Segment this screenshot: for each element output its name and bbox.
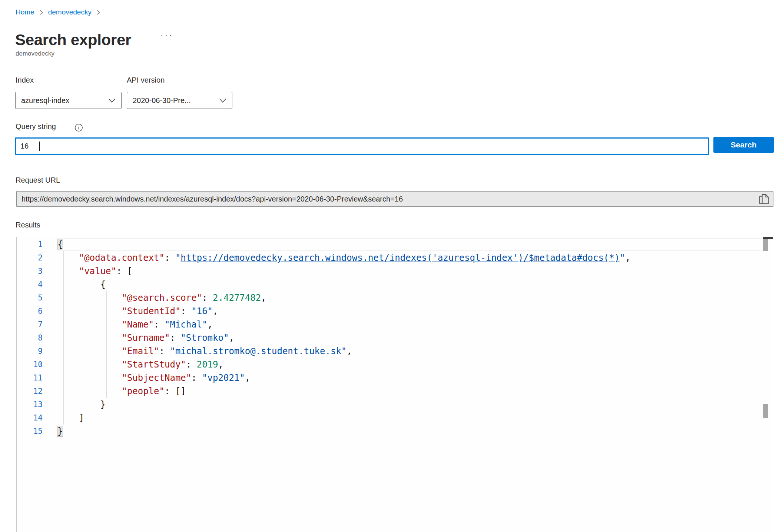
breadcrumb: Home demovedecky: [16, 8, 105, 16]
page-subtitle: demovedecky: [16, 50, 54, 57]
code-token: ,: [625, 253, 630, 263]
page-title: Search explorer: [15, 31, 131, 49]
code-line: ]: [57, 411, 762, 425]
chevron-right-icon: [39, 10, 44, 15]
api-version-dropdown-value: 2020-06-30-Pre...: [133, 96, 191, 105]
more-actions-button[interactable]: ···: [160, 31, 173, 40]
code-token: :: [170, 333, 180, 343]
request-url-field[interactable]: https://demovedecky.search.windows.net/i…: [16, 191, 773, 207]
line-number: 11: [17, 371, 57, 385]
line-number: 2: [17, 251, 57, 265]
code-token: "SubjectName": [122, 373, 191, 383]
editor-gutter: 123456789101112131415: [17, 238, 57, 438]
editor-code[interactable]: { "@odata.context": "https://demovedecky…: [57, 238, 762, 438]
line-number: 5: [17, 291, 57, 305]
line-number: 3: [17, 265, 57, 278]
editor-scrollbar[interactable]: [763, 237, 773, 532]
line-number: 7: [17, 318, 57, 331]
code-line: {: [57, 278, 762, 291]
chevron-right-icon: [96, 10, 101, 15]
copy-icon[interactable]: [758, 193, 769, 205]
code-token: ,: [245, 373, 250, 383]
chevron-down-icon: [219, 98, 226, 103]
code-line: "Surname": "Stromko",: [57, 331, 762, 345]
indent-guide: [85, 278, 85, 411]
code-line: "people": []: [57, 385, 762, 398]
query-string-input[interactable]: [16, 139, 708, 154]
code-token: "value": [79, 266, 116, 276]
code-token: ,: [229, 333, 234, 343]
line-number: 15: [17, 425, 57, 438]
search-button[interactable]: Search: [713, 137, 774, 153]
code-token: [57, 386, 122, 396]
code-token: [57, 293, 122, 303]
query-string-input-box[interactable]: [15, 137, 709, 155]
info-icon[interactable]: [74, 123, 83, 133]
line-number: 8: [17, 331, 57, 345]
code-token: "StartStudy": [122, 359, 186, 370]
code-line: "StartStudy": 2019,: [57, 358, 762, 371]
code-token: [57, 333, 122, 343]
code-token: "people": [122, 386, 165, 396]
search-explorer-page: Home demovedecky Search explorer ··· dem…: [0, 0, 779, 532]
code-token: : []: [165, 386, 186, 396]
code-line: "Email": "michal.stromko@.student.tuke.s…: [57, 345, 762, 358]
code-token: ": [175, 253, 180, 263]
code-token: ,: [347, 346, 352, 356]
line-number: 14: [17, 411, 57, 425]
code-token: "@odata.context": [79, 253, 165, 263]
code-token: "Name": [122, 319, 154, 330]
code-token: :: [180, 306, 191, 316]
code-token: "Stromko": [180, 333, 229, 343]
code-token: ,: [208, 319, 213, 330]
index-label: Index: [16, 76, 34, 84]
results-editor[interactable]: 123456789101112131415 { "@odata.context"…: [16, 237, 773, 532]
code-token: "StudentId": [122, 306, 180, 316]
index-dropdown-value: azuresql-index: [21, 96, 69, 105]
index-dropdown[interactable]: azuresql-index: [15, 92, 122, 109]
code-line: "@odata.context": "https://demovedecky.s…: [57, 251, 762, 265]
code-token: "Surname": [122, 333, 170, 343]
code-token: }: [57, 426, 63, 436]
request-url-label: Request URL: [16, 176, 60, 184]
code-token: [57, 359, 122, 370]
code-token: ": [620, 253, 625, 263]
indent-guide: [106, 291, 107, 398]
code-token: [57, 319, 122, 330]
line-number: 10: [17, 358, 57, 371]
code-line: "Name": "Michal",: [57, 318, 762, 331]
code-token: }: [57, 399, 106, 410]
code-link[interactable]: https://demovedecky.search.windows.net/i…: [180, 253, 620, 263]
overview-ruler-marker: [763, 404, 768, 418]
code-line: "SubjectName": "vp2021",: [57, 371, 762, 385]
line-number: 1: [17, 238, 57, 251]
scrollbar-thumb[interactable]: [763, 239, 768, 251]
api-version-label: API version: [127, 76, 165, 84]
code-line: "StudentId": "16",: [57, 305, 762, 318]
breadcrumb-home-link[interactable]: Home: [16, 8, 34, 16]
api-version-dropdown[interactable]: 2020-06-30-Pre...: [127, 92, 232, 109]
chevron-down-icon: [108, 98, 116, 103]
code-token: ,: [218, 359, 223, 370]
code-line: {: [57, 238, 762, 251]
code-token: ,: [261, 293, 266, 303]
code-token: "michal.stromko@.student.tuke.sk": [170, 346, 347, 356]
code-line: }: [57, 425, 762, 438]
code-token: "@search.score": [122, 293, 202, 303]
breadcrumb-demovedecky-link[interactable]: demovedecky: [48, 8, 92, 16]
code-token: [57, 346, 122, 356]
indent-guide: [63, 251, 64, 425]
code-token: {: [57, 279, 106, 290]
code-token: {: [57, 239, 63, 250]
code-token: 2019: [197, 359, 218, 370]
code-token: :: [186, 359, 197, 370]
line-number: 4: [17, 278, 57, 291]
code-token: "vp2021": [202, 373, 245, 383]
code-token: [57, 306, 122, 316]
request-url-value: https://demovedecky.search.windows.net/i…: [21, 192, 753, 206]
code-token: ]: [57, 413, 84, 423]
code-line: "value": [: [57, 265, 762, 278]
code-token: :: [165, 253, 175, 263]
code-token: :: [191, 373, 202, 383]
code-line: "@search.score": 2.4277482,: [57, 291, 762, 305]
